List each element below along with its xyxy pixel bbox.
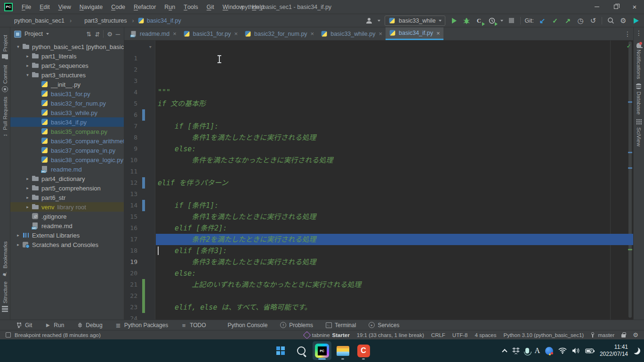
hide-panel-icon[interactable]: ─ — [116, 31, 120, 38]
tree-row[interactable]: readme.md — [10, 165, 124, 174]
search-everywhere-button[interactable] — [606, 16, 615, 25]
tree-row[interactable]: ▸ part4_dictionary — [10, 174, 124, 183]
tree-expand-icon[interactable]: ▸ — [24, 176, 32, 181]
panel-settings-gear-icon[interactable]: ⚙ — [107, 31, 113, 38]
editor-tab[interactable]: basic31_for.py — [180, 27, 241, 40]
tool-stripe-button[interactable]: ⚑ Bookmarks — [2, 241, 8, 277]
readonly-lock-icon[interactable] — [621, 334, 626, 337]
inspections-ok-icon[interactable]: ✓ — [627, 42, 631, 49]
git-push-button[interactable]: ↗ — [564, 16, 572, 25]
tabnine-widget[interactable]: tabnine Starter — [304, 332, 350, 338]
tree-row[interactable]: ▸ part5_comprehension — [10, 183, 124, 193]
editor-tab[interactable]: basic32_for_num.py — [241, 27, 317, 40]
code-line[interactable]: 2 if 文の基本形 — [124, 53, 628, 64]
code-line[interactable]: 14 条件2を満たしたときに実行される処理 — [124, 189, 628, 200]
tool-stripe-button[interactable]: SciView — [636, 119, 642, 147]
tool-window-button[interactable]: Run — [45, 322, 64, 329]
expand-all-icon[interactable]: ⇅ — [86, 31, 91, 38]
wifi-icon[interactable] — [558, 347, 567, 354]
line-separator[interactable]: CRLF — [431, 332, 445, 338]
scrollbar-change-mark[interactable] — [628, 152, 632, 153]
browser-profile-icon[interactable] — [545, 347, 553, 355]
start-button[interactable] — [271, 341, 290, 360]
tree-expand-icon[interactable]: ▸ — [24, 195, 32, 200]
tool-stripe-button[interactable]: Project — [2, 35, 8, 60]
microphone-icon[interactable] — [525, 348, 529, 354]
tree-row[interactable]: ▸ part2_sequences — [10, 61, 124, 70]
tree-row[interactable]: __init__.py — [10, 80, 124, 89]
tree-row[interactable]: basic36_compare_arithmetic.py — [10, 136, 124, 146]
tool-window-button[interactable]: Problems — [280, 322, 313, 329]
tree-row[interactable]: ▾ part3_structures — [10, 70, 124, 80]
editor-tab[interactable]: basic34_if.py — [386, 27, 443, 40]
close-icon[interactable] — [173, 30, 177, 37]
tree-row[interactable]: ▸ Scratches and Consoles — [10, 240, 124, 249]
code-line[interactable]: 3 — [124, 64, 628, 75]
tree-row[interactable]: basic33_while.py — [10, 108, 124, 117]
tool-window-button[interactable]: TODO — [181, 322, 206, 329]
tree-expand-icon[interactable]: ▸ — [24, 63, 32, 68]
dropbox-icon[interactable] — [512, 347, 520, 354]
tree-expand-icon[interactable]: ▾ — [24, 73, 32, 77]
clock-widget[interactable]: 11:41 2022/07/14 — [600, 344, 628, 358]
run-button[interactable] — [450, 16, 458, 25]
tree-row[interactable]: basic31_for.py — [10, 89, 124, 99]
scrollbar-change-mark[interactable] — [628, 167, 632, 169]
tree-row[interactable]: basic34_if.py — [10, 117, 124, 127]
history-button[interactable]: ◷ — [576, 16, 585, 25]
tree-row[interactable]: basic35_compare.py — [10, 127, 124, 136]
taskbar-explorer-button[interactable] — [333, 341, 352, 360]
tool-window-button[interactable]: Services — [369, 322, 399, 329]
code-line[interactable]: 7 条件を満たさなかったときに実行される処理 — [124, 109, 628, 121]
tree-row[interactable]: basic37_compare_in.py — [10, 146, 124, 155]
minimize-button[interactable] — [588, 0, 606, 14]
git-update-button[interactable]: ↙ — [538, 16, 547, 25]
python-interpreter[interactable]: Python 3.10 (python_basic_sec1) — [503, 332, 584, 338]
close-icon[interactable] — [234, 30, 238, 37]
tree-row[interactable]: ▾ python_basic_sec1 [python_basic] D:\ — [10, 42, 124, 51]
tray-chevron-up-icon[interactable] — [502, 349, 507, 354]
close-icon[interactable] — [436, 30, 440, 37]
project-view-selector[interactable]: Project — [24, 31, 43, 37]
code-line[interactable]: 12 条件1を満たしたときに実行される処理 — [124, 166, 628, 177]
menu-item[interactable]: Git — [202, 0, 218, 14]
status-message[interactable]: Breakpoint reached (8 minutes ago) — [15, 332, 101, 338]
tree-row[interactable]: basic38_compare_logic.py — [10, 155, 124, 165]
user-dropdown-icon[interactable] — [378, 20, 380, 22]
file-encoding[interactable]: UTF-8 — [452, 332, 468, 338]
taskbar-camtasia-button[interactable]: C — [354, 341, 373, 360]
tool-window-button[interactable]: Terminal — [326, 322, 356, 329]
tool-stripe-button[interactable]: Structure — [2, 281, 8, 312]
collapse-all-icon[interactable]: ⇅ — [95, 31, 100, 38]
tool-window-button[interactable]: Git — [16, 322, 32, 329]
more-options-icon[interactable]: ⋮ — [636, 29, 642, 37]
close-button[interactable]: × — [625, 0, 644, 14]
menu-item[interactable]: Navigate — [75, 0, 107, 14]
tree-expand-icon[interactable]: ▸ — [14, 233, 22, 238]
close-icon[interactable] — [378, 30, 382, 37]
scrollbar-change-mark[interactable] — [628, 101, 632, 103]
menu-item[interactable]: File — [17, 0, 35, 14]
tree-row[interactable]: ▸ External Libraries — [10, 230, 124, 240]
menu-item[interactable]: Refactor — [129, 0, 160, 14]
breadcrumb-item[interactable]: python_basic_sec1 — [5, 17, 75, 25]
git-branch-widget[interactable]: master — [591, 332, 614, 338]
tab-options-icon[interactable]: ⋮ — [622, 27, 633, 40]
breadcrumb-item[interactable]: basic34_if.py — [137, 17, 181, 25]
tool-window-button[interactable]: Python Console — [219, 322, 268, 329]
tree-row[interactable]: readme.md — [10, 221, 124, 230]
fold-icon[interactable] — [149, 41, 152, 53]
tree-expand-icon[interactable]: ▸ — [24, 205, 32, 209]
maximize-button[interactable] — [606, 0, 625, 14]
profiler-dropdown-icon[interactable] — [500, 20, 503, 22]
tree-row[interactable]: ▸ part6_str — [10, 193, 124, 202]
battery-charging-icon[interactable] — [585, 348, 595, 354]
tree-expand-icon[interactable]: ▾ — [14, 44, 22, 49]
menu-item[interactable]: Code — [107, 0, 129, 14]
menu-item[interactable]: View — [54, 0, 75, 14]
speaker-icon[interactable] — [572, 347, 580, 354]
tool-stripe-button[interactable]: Database — [636, 83, 642, 115]
tool-stripe-button[interactable]: Notifications — [636, 42, 642, 79]
breadcrumb-item[interactable]: part3_structures — [75, 17, 137, 25]
git-commit-button[interactable]: ✓ — [551, 16, 559, 25]
